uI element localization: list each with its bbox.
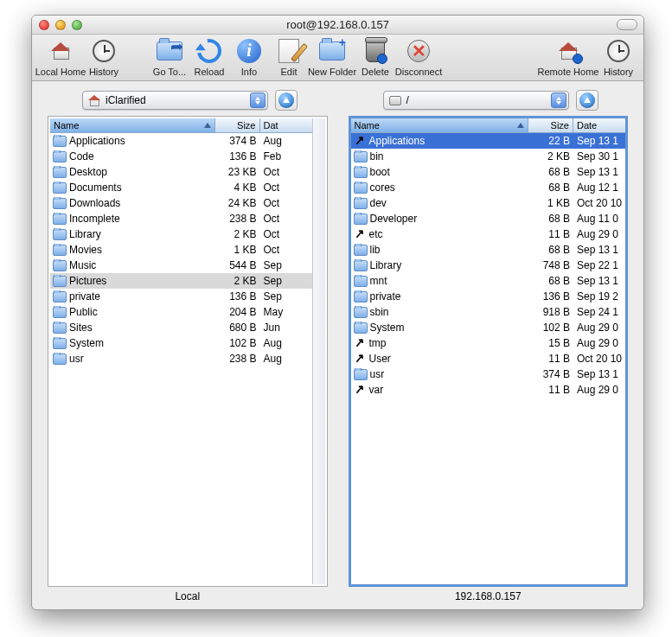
table-row[interactable]: Incomplete238 BOct xyxy=(50,211,312,226)
body-area: iClarified Name Size Dat Applic xyxy=(32,81,643,609)
table-row[interactable]: usr374 BSep 13 1 xyxy=(351,366,626,382)
chevron-updown-icon xyxy=(250,92,266,108)
file-name: Music xyxy=(69,259,96,271)
column-size[interactable]: Size xyxy=(215,118,260,133)
column-date[interactable]: Dat xyxy=(260,118,312,133)
remote-path-select[interactable]: / xyxy=(383,91,569,110)
file-name: bin xyxy=(370,150,384,162)
table-row[interactable]: tmp15 BAug 29 0 xyxy=(351,335,626,351)
table-row[interactable]: Sites680 BJun xyxy=(50,320,312,335)
clock-icon xyxy=(607,40,630,62)
file-date: Aug 29 0 xyxy=(573,337,625,349)
file-size: 11 B xyxy=(528,353,573,365)
local-home-button[interactable]: Local Home xyxy=(37,37,84,77)
file-name: var xyxy=(369,384,384,396)
new-folder-button[interactable]: New Folder xyxy=(309,37,355,77)
window-title: root@192.168.0.157 xyxy=(32,18,643,31)
table-row[interactable]: mnt68 BSep 13 1 xyxy=(351,273,626,289)
file-size: 1 KB xyxy=(528,197,573,209)
table-row[interactable]: Music544 BSep xyxy=(50,258,312,273)
file-name: dev xyxy=(370,197,387,209)
minimize-icon[interactable] xyxy=(55,20,66,30)
file-date: Oct xyxy=(260,228,312,240)
local-path-select[interactable]: iClarified xyxy=(82,91,268,110)
table-row[interactable]: private136 BSep xyxy=(50,289,312,304)
table-body[interactable]: Applications374 BAugCode136 BFebDesktop2… xyxy=(50,133,312,584)
table-row[interactable]: lib68 BSep 13 1 xyxy=(351,242,626,258)
column-name[interactable]: Name xyxy=(50,118,215,133)
table-header: Name Size Dat xyxy=(50,118,312,133)
info-button[interactable]: i Info xyxy=(229,37,269,77)
close-icon[interactable] xyxy=(39,20,49,30)
table-row[interactable]: System102 BAug xyxy=(50,335,312,351)
table-row[interactable]: usr238 BAug xyxy=(50,351,312,366)
file-name: lib xyxy=(370,244,381,256)
table-row[interactable]: Documents4 KBOct xyxy=(50,180,312,195)
reload-button[interactable]: Reload xyxy=(189,37,229,77)
table-row[interactable]: cores68 BAug 12 1 xyxy=(351,180,626,195)
folder-icon xyxy=(53,276,67,287)
table-row[interactable]: Library748 BSep 22 1 xyxy=(351,258,626,273)
file-size: 68 B xyxy=(528,166,573,178)
column-size[interactable]: Size xyxy=(528,118,573,133)
table-row[interactable]: Developer68 BAug 11 0 xyxy=(351,211,626,226)
folder-icon xyxy=(354,369,368,380)
disconnect-button[interactable]: ✕ Disconnect xyxy=(395,37,442,77)
table-row[interactable]: etc11 BAug 29 0 xyxy=(351,226,626,242)
folder-icon xyxy=(354,260,368,271)
file-size: 136 B xyxy=(215,290,260,303)
table-row[interactable]: sbin918 BSep 24 1 xyxy=(351,304,626,320)
file-name: mnt xyxy=(370,275,387,287)
column-date[interactable]: Date xyxy=(573,118,625,133)
folder-icon xyxy=(354,322,368,334)
remote-path-label: / xyxy=(406,94,409,106)
table-row[interactable]: dev1 KBOct 20 10 xyxy=(351,195,626,211)
toolbar-toggle-button[interactable] xyxy=(617,19,637,30)
table-row[interactable]: Public204 BMay xyxy=(50,304,312,320)
local-history-button[interactable]: History xyxy=(84,37,124,77)
table-row[interactable]: Downloads24 KBOct xyxy=(50,195,312,211)
file-size: 102 B xyxy=(215,337,260,349)
chevron-updown-icon xyxy=(551,92,566,108)
table-row[interactable]: private136 BSep 19 2 xyxy=(351,289,626,304)
column-name[interactable]: Name xyxy=(351,118,529,133)
table-row[interactable]: Applications22 BSep 13 1 xyxy=(351,133,626,149)
file-date: Jun xyxy=(260,322,312,334)
table-row[interactable]: User11 BOct 20 10 xyxy=(351,351,626,366)
table-row[interactable]: var11 BAug 29 0 xyxy=(351,382,626,398)
scrollbar[interactable] xyxy=(312,118,325,584)
local-up-button[interactable] xyxy=(275,90,298,111)
local-table: Name Size Dat Applications374 BAugCode13… xyxy=(50,118,312,584)
toolbar: Local Home History Go To... Reload i Inf… xyxy=(32,35,643,81)
new-folder-icon xyxy=(319,41,345,61)
edit-button[interactable]: Edit xyxy=(269,37,309,77)
table-row[interactable]: bin2 KBSep 30 1 xyxy=(351,149,626,164)
folder-icon xyxy=(53,245,67,256)
remote-footer-label: 192.168.0.157 xyxy=(349,587,629,602)
table-row[interactable]: Library2 KBOct xyxy=(50,226,312,242)
table-row[interactable]: Applications374 BAug xyxy=(50,133,312,149)
remote-history-button[interactable]: History xyxy=(598,37,638,77)
folder-icon xyxy=(53,136,67,147)
file-size: 2 KB xyxy=(528,150,573,162)
table-row[interactable]: System102 BAug 29 0 xyxy=(351,320,626,335)
table-body[interactable]: Applications22 BSep 13 1bin2 KBSep 30 1b… xyxy=(351,133,626,584)
folder-icon xyxy=(354,213,368,225)
table-row[interactable]: boot68 BSep 13 1 xyxy=(351,164,626,180)
table-row[interactable]: Code136 BFeb xyxy=(50,149,312,164)
zoom-icon[interactable] xyxy=(72,20,82,30)
table-row[interactable]: Pictures2 KBSep xyxy=(50,273,312,289)
remote-home-button[interactable]: Remote Home xyxy=(538,37,598,77)
toolbar-label: Info xyxy=(241,67,257,77)
file-size: 68 B xyxy=(528,244,573,256)
sort-asc-icon xyxy=(204,123,211,128)
file-name: Public xyxy=(69,306,98,318)
remote-up-button[interactable] xyxy=(576,90,598,111)
sort-asc-icon xyxy=(517,123,524,128)
titlebar[interactable]: root@192.168.0.157 xyxy=(32,16,643,35)
table-row[interactable]: Movies1 KBOct xyxy=(50,242,312,258)
goto-button[interactable]: Go To... xyxy=(150,37,189,77)
table-row[interactable]: Desktop23 KBOct xyxy=(50,164,312,180)
table-header: Name Size Date xyxy=(351,118,626,133)
delete-button[interactable]: Delete xyxy=(355,37,395,77)
